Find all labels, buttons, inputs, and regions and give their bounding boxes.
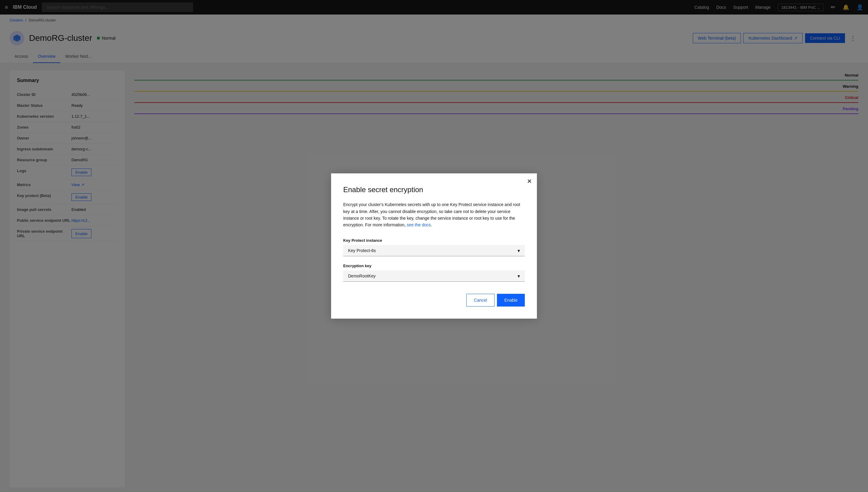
cancel-button[interactable]: Cancel [466,294,495,306]
key-protect-instance-group: Key Protect instance Key Protect-6s Key … [343,238,525,256]
enable-button[interactable]: Enable [497,294,525,306]
modal-title: Enable secret encryption [343,186,525,194]
encryption-key-select[interactable]: DemoRootKey RootKey-1 RootKey-2 [343,271,525,282]
key-protect-select[interactable]: Key Protect-6s Key Protect-1 Key Protect… [343,245,525,256]
modal-enable-encryption: ✕ Enable secret encryption Encrypt your … [331,173,537,319]
docs-link[interactable]: see the docs [407,222,431,227]
key-protect-select-wrapper: Key Protect-6s Key Protect-1 Key Protect… [343,245,525,256]
modal-footer: Cancel Enable [343,294,525,306]
modal-overlay[interactable]: ✕ Enable secret encryption Encrypt your … [0,0,868,492]
modal-description: Encrypt your cluster's Kubernetes secret… [343,201,525,228]
encryption-key-label: Encryption key [343,264,525,268]
encryption-key-group: Encryption key DemoRootKey RootKey-1 Roo… [343,264,525,282]
encryption-key-select-wrapper: DemoRootKey RootKey-1 RootKey-2 [343,271,525,282]
modal-close-button[interactable]: ✕ [527,178,532,184]
key-protect-label: Key Protect instance [343,238,525,243]
